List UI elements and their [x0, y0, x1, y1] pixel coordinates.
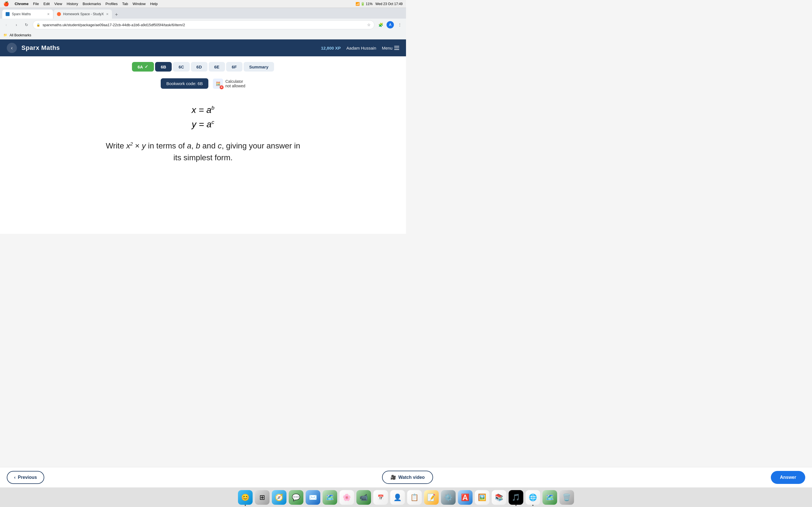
bookmarks-folder-icon: 📁	[3, 33, 7, 37]
tab-sparx[interactable]: Sparx Maths ✕	[2, 10, 53, 18]
tab-6B-label: 6B	[161, 64, 166, 69]
app-menu-tab[interactable]: Tab	[122, 2, 128, 6]
menubar-right: 📶 🔋 11% Wed 23 Oct 17:49	[356, 2, 403, 6]
tab-homework-title: Homework Space - StudyX	[63, 12, 104, 16]
menu-label: Menu	[382, 46, 393, 50]
address-bar[interactable]: 🔒 sparxmaths.uk/student/package/ae09aa17…	[33, 20, 374, 29]
math-question: Write x2 × y in terms of a, b and c, giv…	[104, 140, 302, 164]
user-name: Aadam Hussain	[347, 46, 376, 50]
tab-sparx-close[interactable]: ✕	[47, 12, 50, 16]
profile-button[interactable]: A	[386, 21, 394, 29]
app-menu-chrome[interactable]: Chrome	[15, 2, 29, 6]
tab-homework[interactable]: Homework Space - StudyX ✕	[54, 10, 112, 18]
app-menu-edit[interactable]: Edit	[43, 2, 50, 6]
bookmark-star-icon[interactable]: ☆	[367, 22, 371, 27]
sparx-app: ‹ Sparx Maths 12,800 XP Aadam Hussain Me…	[0, 40, 406, 234]
tab-6D[interactable]: 6D	[191, 62, 207, 71]
tab-6E-label: 6E	[214, 64, 219, 69]
math-content: x = ab y = ac Write x2 × y in terms of a…	[0, 94, 406, 172]
tab-6D-label: 6D	[197, 64, 202, 69]
apple-menu[interactable]: 🍎	[3, 1, 9, 6]
calculator-text: Calculator not allowed	[225, 79, 245, 88]
calculator-label: Calculator	[225, 79, 245, 83]
bookwork-row: Bookwork code: 6B 🧮 ✕ Calculator not all…	[0, 76, 406, 94]
calculator-not-allowed-label: not allowed	[225, 83, 245, 88]
app-menu-view[interactable]: View	[54, 2, 62, 6]
sparx-header: ‹ Sparx Maths 12,800 XP Aadam Hussain Me…	[0, 40, 406, 56]
tab-homework-close[interactable]: ✕	[106, 12, 109, 16]
back-button[interactable]: ‹	[2, 21, 10, 29]
extensions-button[interactable]: 🧩	[377, 21, 385, 29]
checkmark-icon: ✓	[145, 64, 148, 69]
sparx-favicon	[6, 12, 10, 16]
tab-6C[interactable]: 6C	[173, 62, 190, 71]
header-right: 12,800 XP Aadam Hussain Menu	[321, 46, 399, 50]
app-menu-profiles[interactable]: Profiles	[105, 2, 117, 6]
app-menu-window[interactable]: Window	[133, 2, 146, 6]
app-menu-history[interactable]: History	[66, 2, 78, 6]
homework-favicon	[57, 12, 61, 16]
user-avatar: A	[387, 21, 394, 29]
sparx-back-button[interactable]: ‹	[7, 43, 17, 53]
system-status: 📶 🔋 11%	[356, 2, 373, 6]
tab-6F-label: 6F	[232, 64, 237, 69]
tab-sparx-title: Sparx Maths	[12, 12, 31, 16]
url-text: sparxmaths.uk/student/package/ae09aa17-2…	[43, 23, 365, 27]
tab-bar: Sparx Maths ✕ Homework Space - StudyX ✕ …	[0, 8, 406, 18]
xp-display: 12,800 XP	[321, 46, 341, 50]
tab-6B[interactable]: 6B	[155, 62, 172, 71]
app-menu-file[interactable]: File	[33, 2, 39, 6]
browser-actions: 🧩 A ⋮	[377, 21, 404, 29]
equation-2: y = ac	[192, 117, 214, 131]
tab-6F[interactable]: 6F	[226, 62, 243, 71]
sparx-logo: Sparx Maths	[21, 44, 60, 52]
menu-button[interactable]: Menu	[382, 46, 399, 50]
reload-button[interactable]: ↻	[22, 21, 31, 29]
bookmarks-label[interactable]: All Bookmarks	[10, 33, 31, 37]
clock: Wed 23 Oct 17:49	[375, 2, 403, 6]
bookwork-code: Bookwork code: 6B	[161, 78, 208, 89]
address-bar-row: ‹ › ↻ 🔒 sparxmaths.uk/student/package/ae…	[0, 18, 406, 31]
tab-summary-label: Summary	[249, 64, 268, 69]
mac-menubar: 🍎 Chrome File Edit View History Bookmark…	[0, 0, 406, 8]
math-equations: x = ab y = ac	[192, 103, 214, 131]
more-menu-button[interactable]: ⋮	[396, 21, 404, 29]
tab-6C-label: 6C	[179, 64, 184, 69]
hamburger-icon	[394, 46, 399, 50]
section-tabs: 6A ✓ 6B 6C 6D 6E 6F Summary	[0, 56, 406, 76]
app-menu-help[interactable]: Help	[150, 2, 158, 6]
calculator-not-allowed-icon: ✕	[220, 86, 223, 89]
forward-button[interactable]: ›	[12, 21, 20, 29]
bookmarks-bar: 📁 All Bookmarks	[0, 31, 406, 40]
tab-6E[interactable]: 6E	[209, 62, 225, 71]
exp-c: c	[211, 119, 214, 125]
tab-summary[interactable]: Summary	[244, 62, 274, 71]
secure-icon: 🔒	[36, 23, 40, 27]
app-menu-bookmarks[interactable]: Bookmarks	[83, 2, 101, 6]
new-tab-button[interactable]: +	[112, 11, 120, 18]
browser-chrome: Sparx Maths ✕ Homework Space - StudyX ✕ …	[0, 8, 406, 40]
tab-6A-label: 6A	[138, 64, 143, 69]
calculator-status: 🧮 ✕ Calculator not allowed	[213, 78, 245, 89]
equation-1: x = ab	[192, 103, 214, 117]
tab-6A[interactable]: 6A ✓	[132, 62, 154, 71]
calculator-icon: 🧮 ✕	[213, 78, 223, 89]
exp-b: b	[211, 105, 214, 111]
